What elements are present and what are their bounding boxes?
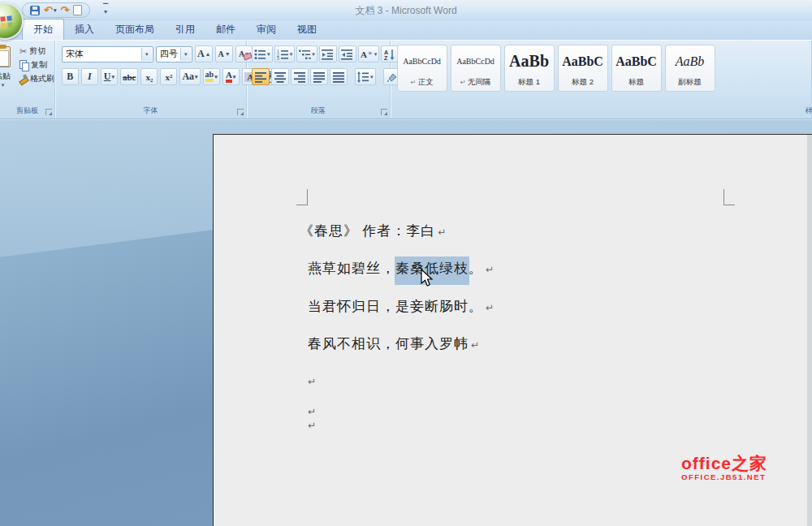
format-painter-button[interactable]: 格式刷 — [19, 73, 54, 84]
italic-button[interactable]: I — [81, 68, 98, 85]
bullets-icon — [254, 49, 266, 60]
increase-indent-button[interactable] — [339, 45, 356, 63]
multilevel-list-icon — [299, 49, 311, 60]
numbering-button[interactable]: 123▾ — [274, 45, 296, 63]
multilevel-list-button[interactable]: ▾ — [296, 45, 317, 63]
style-no-spacing[interactable]: AaBbCcDd ↵无间隔 — [451, 45, 501, 92]
group-styles: AaBbCcDd ↵正文 AaBbCcDd ↵无间隔 AaBb 标题 1 AaB… — [391, 41, 812, 119]
office-logo-icon — [0, 15, 12, 28]
chevron-down-icon[interactable]: ▾ — [141, 48, 152, 61]
style-normal[interactable]: AaBbCcDd ↵正文 — [397, 45, 447, 92]
tab-page-layout[interactable]: 页面布局 — [105, 19, 165, 40]
numbering-icon: 123 — [277, 49, 289, 60]
styles-group-label: 样式 — [732, 106, 812, 116]
cut-button[interactable]: ✂剪切 — [19, 45, 54, 57]
tab-view[interactable]: 视图 — [287, 19, 327, 40]
bullets-button[interactable]: ▾ — [252, 45, 273, 63]
style-heading1[interactable]: AaBb 标题 1 — [504, 45, 555, 92]
align-center-icon — [274, 71, 287, 83]
paragraph-dialog-launcher[interactable] — [381, 109, 387, 115]
font-name-combo[interactable]: 宋体▾ — [62, 46, 153, 63]
style-subtitle[interactable]: AaBb 副标题 — [665, 45, 715, 92]
title-bar: ↶▾ ↷ ▔▾ 文档 3 - Microsoft Word — [0, 0, 812, 20]
margin-mark-top-left — [296, 189, 308, 205]
line-spacing-button[interactable]: ▾ — [355, 68, 376, 85]
mouse-cursor-icon — [421, 269, 434, 287]
asian-layout-icon: A✳ — [361, 49, 374, 60]
font-group-label: 字体 — [55, 106, 246, 116]
tab-references[interactable]: 引用 — [165, 19, 205, 40]
doc-line-3: 春风不相识，何事入罗帏↵ — [308, 334, 479, 353]
font-size-combo[interactable]: 四号▾ — [156, 46, 192, 63]
justify-button[interactable] — [310, 68, 328, 85]
strikethrough-button[interactable]: abc — [120, 68, 139, 85]
doc-line-title: 《春思》 作者：李白↵ — [300, 222, 446, 240]
justify-icon — [313, 71, 326, 83]
doc-line-2: 当君怀归日，是妾断肠时。↵ — [308, 297, 494, 316]
style-title[interactable]: AaBbC 标题 — [611, 45, 662, 92]
window-title: 文档 3 - Microsoft Word — [0, 4, 812, 18]
distribute-icon — [333, 71, 345, 83]
paragraph-group-label: 段落 — [247, 106, 389, 116]
document-page[interactable]: 《春思》 作者：李白↵ 燕草如碧丝，秦桑低绿枝。↵ 当君怀归日，是妾断肠时。↵ … — [213, 134, 812, 526]
font-color-button[interactable]: A▾ — [222, 68, 240, 85]
paragraph-mark: ↵ — [486, 302, 494, 313]
font-dialog-launcher[interactable] — [237, 109, 244, 115]
group-font: 宋体▾ 四号▾ A▲ A▼ Aa wén文 A B I U▾ abc x₂ x²… — [55, 41, 247, 119]
tab-insert[interactable]: 插入 — [64, 19, 105, 40]
asian-layout-button[interactable]: A✳▾ — [358, 45, 380, 63]
align-center-button[interactable] — [271, 68, 289, 85]
align-right-icon — [294, 71, 306, 83]
svg-text:Z: Z — [384, 55, 388, 60]
group-clipboard: 粘贴 ▾ ✂剪切 复制 格式刷 剪贴板 — [0, 41, 55, 119]
svg-text:A: A — [361, 50, 367, 59]
pilcrow-icon: ↵ — [411, 79, 417, 86]
chevron-down-icon[interactable]: ▾ — [180, 48, 191, 61]
svg-text:3: 3 — [277, 56, 279, 60]
distribute-button[interactable] — [330, 68, 348, 85]
clipboard-dialog-launcher[interactable] — [45, 109, 52, 115]
highlight-icon: ab — [205, 71, 214, 82]
line-spacing-icon — [357, 71, 369, 83]
decrease-indent-button[interactable] — [319, 45, 337, 63]
paragraph-mark: ↵ — [308, 420, 316, 431]
paste-dropdown-icon[interactable]: ▾ — [2, 82, 5, 88]
tab-mailings[interactable]: 邮件 — [205, 19, 246, 40]
font-color-icon: A — [226, 71, 232, 83]
subscript-button[interactable]: x₂ — [140, 68, 158, 85]
align-left-icon — [255, 71, 267, 83]
shrink-font-button[interactable]: A▼ — [215, 45, 232, 63]
paste-button[interactable]: 粘贴 ▾ — [0, 45, 17, 103]
align-right-button[interactable] — [291, 68, 309, 85]
page-right-edge — [807, 135, 812, 526]
margin-mark-top-right — [723, 189, 735, 205]
superscript-button[interactable]: x² — [160, 68, 177, 85]
underline-button[interactable]: U▾ — [101, 68, 118, 85]
watermark: office之家 OFFICE.JB51.NET — [681, 454, 767, 481]
word-window: ↶▾ ↷ ▔▾ 文档 3 - Microsoft Word 开始 插入 页面布局… — [0, 0, 812, 526]
bold-button[interactable]: B — [62, 68, 79, 85]
doc-line-1: 燕草如碧丝，秦桑低绿枝。↵ — [308, 259, 494, 278]
tab-home[interactable]: 开始 — [22, 19, 64, 40]
increase-indent-icon — [341, 49, 353, 60]
ribbon: 粘贴 ▾ ✂剪切 复制 格式刷 剪贴板 宋体▾ 四号▾ A▲ A▼ Aa wén… — [0, 40, 812, 119]
decrease-indent-icon — [322, 49, 334, 60]
copy-icon — [19, 60, 28, 70]
style-heading2[interactable]: AaBbC 标题 2 — [558, 45, 608, 92]
paragraph-mark: ↵ — [471, 339, 479, 351]
group-paragraph: ▾ 123▾ ▾ A✳▾ AZ ↵ — [247, 41, 390, 119]
svg-text:A: A — [384, 49, 388, 54]
align-left-button[interactable] — [252, 68, 270, 85]
paragraph-mark: ↵ — [308, 406, 316, 417]
svg-text:✳: ✳ — [368, 50, 373, 56]
copy-button[interactable]: 复制 — [19, 59, 54, 71]
document-area: 《春思》 作者：李白↵ 燕草如碧丝，秦桑低绿枝。↵ 当君怀归日，是妾断肠时。↵ … — [0, 120, 812, 526]
grow-font-button[interactable]: A▲ — [195, 45, 214, 63]
change-case-button[interactable]: Aa▾ — [179, 68, 200, 85]
format-painter-icon — [19, 75, 28, 83]
tab-review[interactable]: 审阅 — [246, 19, 287, 40]
text-highlight-button[interactable]: ab▾ — [203, 68, 220, 85]
paragraph-mark: ↵ — [308, 376, 316, 387]
paragraph-mark: ↵ — [486, 264, 494, 275]
ribbon-tab-bar: 开始 插入 页面布局 引用 邮件 审阅 视图 — [0, 20, 812, 40]
